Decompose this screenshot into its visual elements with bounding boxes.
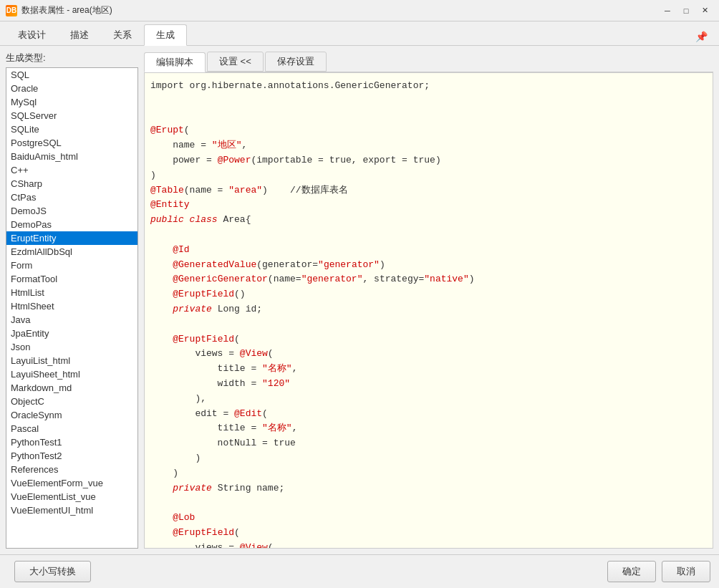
right-panel: 编辑脚本 设置 << 保存设置 import org.hibernate.ann… [144, 52, 713, 549]
sidebar-item[interactable]: FormatTool [6, 272, 137, 286]
sidebar-list[interactable]: SQLOracleMySqlSQLServerSQLitePostgreSQLB… [6, 67, 138, 549]
title-bar: DB 数据表属性 - area(地区) ─ □ ✕ [0, 0, 719, 21]
sidebar-item[interactable]: BaiduAmis_html [6, 150, 137, 163]
sidebar-item[interactable]: EzdmlAllDbSql [6, 245, 137, 259]
sidebar-item[interactable]: PythonTest2 [6, 449, 137, 463]
ok-button[interactable]: 确定 [607, 561, 656, 582]
sidebar-item[interactable]: PostgreSQL [6, 136, 137, 150]
sidebar-item[interactable]: Oracle [6, 82, 137, 95]
sidebar: 生成类型: SQLOracleMySqlSQLServerSQLitePostg… [6, 52, 138, 549]
sidebar-item[interactable]: HtmlList [6, 286, 137, 299]
sub-tab-edit-script[interactable]: 编辑脚本 [144, 52, 206, 72]
sidebar-item[interactable]: LayuiList_html [6, 354, 137, 367]
sub-tab-save-settings[interactable]: 保存设置 [265, 52, 327, 72]
bottom-bar: 大小写转换 确定 取消 [0, 554, 719, 588]
sidebar-item[interactable]: LayuiSheet_html [6, 367, 137, 381]
sidebar-item[interactable]: Json [6, 340, 137, 354]
sidebar-item[interactable]: CSharp [6, 177, 137, 191]
sidebar-item[interactable]: References [6, 463, 137, 476]
bottom-left: 大小写转换 [9, 561, 602, 582]
sidebar-item[interactable]: ObjectC [6, 395, 137, 408]
sidebar-item[interactable]: DemoJS [6, 204, 137, 218]
tab-relation[interactable]: 关系 [101, 24, 144, 45]
sidebar-item[interactable]: EruptEntity [6, 231, 137, 245]
sidebar-item[interactable]: OracleSynm [6, 408, 137, 422]
maximize-button[interactable]: □ [677, 4, 695, 18]
sidebar-item[interactable]: Pascal [6, 422, 137, 435]
sidebar-item[interactable]: SQLServer [6, 109, 137, 122]
convert-case-button[interactable]: 大小写转换 [14, 561, 91, 582]
main-tabs: 表设计 描述 关系 生成 📌 [0, 21, 719, 46]
tab-describe[interactable]: 描述 [58, 24, 101, 45]
close-button[interactable]: ✕ [696, 4, 713, 18]
sidebar-item[interactable]: Java [6, 313, 137, 327]
sidebar-item[interactable]: HtmlSheet [6, 299, 137, 313]
sidebar-item[interactable]: Markdown_md [6, 381, 137, 395]
sidebar-item[interactable]: VueElementList_vue [6, 490, 137, 503]
window-title: 数据表属性 - area(地区) [21, 4, 659, 16]
pin-icon[interactable]: 📌 [690, 28, 713, 45]
window-controls: ─ □ ✕ [659, 4, 713, 18]
sidebar-item[interactable]: VueElementForm_vue [6, 476, 137, 490]
code-editor[interactable]: import org.hibernate.annotations.Generic… [144, 72, 713, 549]
app-icon: DB [6, 5, 17, 16]
tab-generate[interactable]: 生成 [144, 24, 187, 46]
sidebar-item[interactable]: SQL [6, 68, 137, 82]
sidebar-item[interactable]: JpaEntity [6, 327, 137, 340]
sidebar-item[interactable]: PythonTest1 [6, 435, 137, 449]
sidebar-label: 生成类型: [6, 52, 138, 64]
sidebar-item[interactable]: DemoPas [6, 218, 137, 231]
sidebar-item[interactable]: C++ [6, 163, 137, 177]
tab-table-design[interactable]: 表设计 [6, 24, 58, 45]
sidebar-item[interactable]: MySql [6, 95, 137, 109]
sidebar-item[interactable]: SQLite [6, 122, 137, 136]
minimize-button[interactable]: ─ [659, 4, 676, 18]
sidebar-item[interactable]: CtPas [6, 191, 137, 204]
sidebar-item[interactable]: VueElementUI_html [6, 503, 137, 517]
sidebar-item[interactable]: Form [6, 259, 137, 272]
cancel-button[interactable]: 取消 [662, 561, 710, 582]
content-area: 生成类型: SQLOracleMySqlSQLServerSQLitePostg… [0, 46, 719, 554]
sub-tab-settings[interactable]: 设置 << [207, 52, 264, 72]
sub-tabs: 编辑脚本 设置 << 保存设置 [144, 52, 713, 72]
